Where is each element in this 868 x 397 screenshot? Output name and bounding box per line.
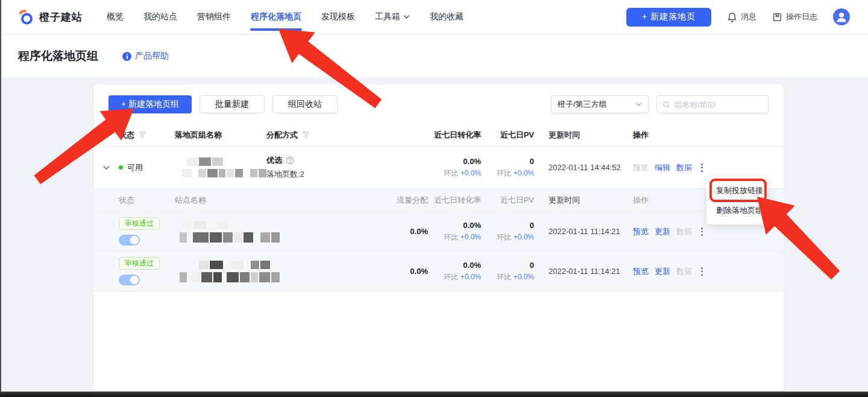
nav-item-my-favorites[interactable]: 我的收藏	[430, 0, 464, 34]
site-name-redacted	[175, 221, 336, 243]
site-update-time: 2022-01-11 11:14:21	[534, 267, 629, 276]
site-status-toggle[interactable]	[119, 275, 140, 285]
brand-logo[interactable]: 橙子建站	[18, 9, 83, 25]
col-method-label: 分配方式	[266, 130, 298, 141]
site-conversion-value: 0.0%	[463, 221, 481, 230]
subcol-time-label: 更新时间	[534, 195, 629, 206]
col-time-label: 更新时间	[534, 130, 629, 141]
group-recycle-bin-button[interactable]: 组回收站	[272, 95, 338, 113]
page-title: 程序化落地页组	[18, 48, 98, 64]
group-preview-link[interactable]: 预览	[633, 162, 649, 173]
window-bottom-edge	[0, 392, 868, 397]
group-update-time: 2022-01-11 14:44:52	[534, 163, 629, 172]
nav-item-marketing-components[interactable]: 营销组件	[197, 0, 231, 34]
group-search-input[interactable]	[674, 100, 763, 109]
group-search-box	[656, 95, 769, 113]
site-update-link[interactable]: 更新	[655, 226, 670, 237]
site-more-actions-icon[interactable]	[698, 265, 706, 278]
group-row: 可用 优选 落地页数:2 0.0% 环比 +0.0%	[93, 147, 784, 189]
messages-label: 消息	[741, 11, 756, 22]
nav-item-toolbox[interactable]: 工具箱	[375, 0, 410, 34]
subcol-status-label: 状态	[119, 195, 175, 206]
chevron-down-icon	[403, 14, 410, 19]
group-status: 可用	[127, 162, 143, 173]
top-right-actions: + 新建落地页 消息 操作日志	[626, 8, 850, 27]
product-help-label: 产品帮助	[135, 51, 169, 62]
brand-logo-icon	[18, 9, 34, 25]
menu-item-delete-group[interactable]: 删除落地页组	[706, 200, 767, 220]
filter-icon[interactable]	[302, 131, 310, 139]
new-landing-page-group-button[interactable]: + 新建落地页组	[108, 95, 192, 113]
group-method: 优选	[266, 155, 282, 166]
group-conversion-compare: +0.0%	[461, 169, 481, 177]
group-type-select[interactable]: 橙子/第三方组	[551, 95, 649, 113]
col-pv-label: 近七日PV	[481, 130, 534, 141]
status-dot	[119, 165, 123, 170]
operation-log-label: 操作日志	[786, 11, 817, 22]
product-help-link[interactable]: 产品帮助	[122, 51, 169, 62]
site-conversion-value: 0.0%	[463, 261, 481, 270]
chevron-down-icon	[635, 102, 642, 107]
journal-icon	[772, 12, 782, 22]
subcol-site-label: 站点名称	[175, 195, 336, 206]
site-preview-link[interactable]: 预览	[633, 226, 649, 237]
group-type-select-value: 橙子/第三方组	[558, 99, 635, 110]
site-traffic-value: 0.0%	[336, 227, 428, 236]
menu-item-copy-delivery-link[interactable]: 复制投放链接	[706, 180, 767, 200]
info-icon	[122, 52, 131, 61]
site-preview-link[interactable]: 预览	[633, 266, 649, 277]
col-status-label: 状态	[119, 130, 134, 141]
user-avatar[interactable]	[833, 8, 850, 25]
group-name-redacted	[175, 157, 266, 177]
subtable-header-row: 状态 站点名称 流量分配 近七日转化率 近七日PV 更新时间 操作	[93, 189, 784, 212]
review-status-badge: 审核通过	[119, 257, 160, 270]
site-traffic-value: 0.0%	[336, 267, 428, 276]
nav-item-programmatic-landing-page[interactable]: 程序化落地页	[251, 0, 301, 34]
app: { "colors": { "primary": "#3663f2", "com…	[0, 0, 868, 397]
help-circle-icon[interactable]	[286, 156, 294, 165]
row-expand-chevron-icon[interactable]	[102, 165, 110, 171]
filter-icon[interactable]	[139, 131, 146, 139]
nav-item-overview[interactable]: 概览	[107, 0, 124, 34]
site-more-actions-icon[interactable]	[698, 226, 706, 238]
window-left-edge	[0, 0, 1, 397]
site-pv-value: 0	[530, 261, 534, 270]
site-data-link[interactable]: 数据	[676, 266, 692, 277]
nav-item-my-sites[interactable]: 我的站点	[143, 0, 177, 34]
review-status-badge: 审核通过	[119, 217, 160, 230]
col-conversion-label: 近七日转化率	[369, 130, 481, 141]
site-row: 审核通过 0.0% 0.0% 环比 +0.0% 0 环比 +0.0% 2022-	[93, 212, 784, 252]
group-conversion-value: 0.0%	[463, 157, 481, 166]
site-row: 审核通过 0.0% 0.0% 环比 +0.0% 0 环比 +0.0% 2022-	[93, 252, 784, 291]
operation-log-button[interactable]: 操作日志	[772, 11, 817, 22]
subcol-conversion-label: 近七日转化率	[428, 195, 481, 206]
site-status-toggle[interactable]	[119, 235, 140, 246]
bell-icon	[727, 12, 737, 22]
site-pv-value: 0	[530, 221, 534, 230]
search-icon	[662, 100, 670, 109]
site-name-redacted	[175, 261, 336, 282]
table-header-row: 状态 落地页组名称 分配方式 近七日转化率 近七日PV 更新时间 操作	[93, 124, 784, 147]
new-landing-page-button[interactable]: + 新建落地页	[626, 8, 711, 27]
group-pv-value: 0	[530, 157, 534, 166]
group-pv-compare: +0.0%	[514, 169, 534, 177]
landing-page-group-panel: + 新建落地页组 批量新建 组回收站 橙子/第三方组 状态 落地页组名称	[93, 84, 784, 391]
messages-button[interactable]: 消息	[727, 11, 756, 22]
row-actions-context-menu: 复制投放链接 删除落地页组	[706, 176, 767, 224]
group-data-link[interactable]: 数据	[676, 162, 692, 173]
col-actions-label: 操作	[629, 130, 775, 141]
table-toolbar: + 新建落地页组 批量新建 组回收站 橙子/第三方组	[108, 95, 769, 113]
site-update-link[interactable]: 更新	[655, 266, 670, 277]
person-icon	[833, 8, 850, 25]
group-more-actions-icon[interactable]	[698, 162, 706, 174]
group-sites-subtable: 状态 站点名称 流量分配 近七日转化率 近七日PV 更新时间 操作 审核通过	[93, 189, 784, 291]
site-update-time: 2022-01-11 11:14:21	[534, 227, 629, 236]
site-data-link[interactable]: 数据	[676, 226, 692, 237]
batch-create-button[interactable]: 批量新建	[200, 95, 265, 113]
main-nav: 概览 我的站点 营销组件 程序化落地页 发现模板 工具箱 我的收藏	[107, 0, 464, 34]
nav-item-discover-templates[interactable]: 发现模板	[321, 0, 355, 34]
group-method-note: 落地页数:2	[266, 169, 369, 180]
group-edit-link[interactable]: 编辑	[655, 162, 670, 173]
top-navigation-bar: 橙子建站 概览 我的站点 营销组件 程序化落地页 发现模板 工具箱 我的收藏 +…	[0, 0, 868, 34]
brand-name: 橙子建站	[39, 10, 83, 24]
